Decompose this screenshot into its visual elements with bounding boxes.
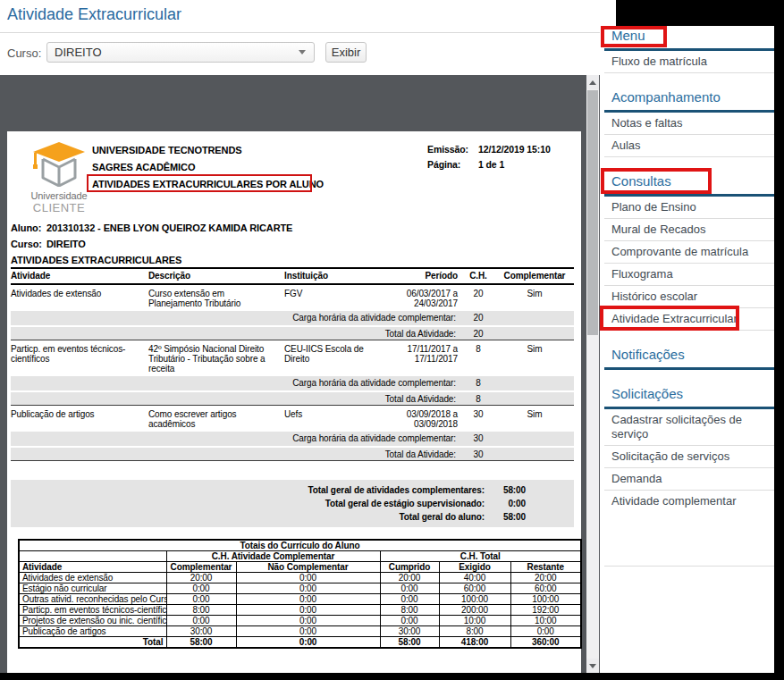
- grand-total-label: Total geral de atividades complementares…: [11, 483, 490, 497]
- scrollbar-thumb[interactable]: [587, 90, 598, 335]
- activities-section-title: ATIVIDADES EXTRACURRICULARES: [11, 255, 181, 265]
- subtotal-value: 20: [461, 311, 495, 325]
- course-dropdown[interactable]: DIREITO: [46, 42, 315, 63]
- col-header-complementar: Complementar: [495, 271, 574, 281]
- curriculum-activity-name: Particp. em eventos técnicos-científicos: [19, 605, 166, 616]
- grand-total-value: 0:00: [490, 497, 526, 510]
- graduation-cap-icon: [30, 140, 89, 187]
- curriculum-value: 0:00: [236, 573, 380, 583]
- page-title: Atividade Extracurricular: [7, 5, 181, 24]
- sidebar-item-mural-de-recados[interactable]: Mural de Recados: [604, 219, 774, 241]
- sidebar-item-demanda[interactable]: Demanda: [604, 468, 774, 491]
- activity-subtotals: Carga horária da atividade complementar:…: [11, 311, 574, 340]
- grand-total-row: Total geral de estágio supervisionado:0:…: [11, 497, 574, 510]
- total-atividade-row: Total da Atividade:8: [11, 390, 574, 405]
- curriculum-row: Estágio não curricular0:000:000:0060:006…: [19, 583, 581, 594]
- curriculum-col-header-restante: Restante: [510, 562, 581, 573]
- cell-atividade: Publicação de artigos: [11, 409, 148, 429]
- sidebar-item-aulas[interactable]: Aulas: [604, 135, 774, 157]
- grand-total-row: Total geral de atividades complementares…: [11, 483, 574, 497]
- curriculum-value: 192:00: [510, 605, 581, 616]
- cell-instituicao: CEU-IICS Escola de Direito: [284, 344, 384, 374]
- annotation-box-atividade-extracurricular: [600, 306, 739, 331]
- subtotal-label: Total da Atividade:: [11, 327, 461, 341]
- curriculum-table: Totais do Currículo do Aluno C.H. Ativid…: [18, 539, 582, 649]
- curriculum-total-value: 360:00: [510, 637, 581, 649]
- curriculum-value: 10:00: [439, 616, 510, 626]
- sidebar-item-comprovante-de-matricula[interactable]: Comprovante de matrícula: [604, 241, 774, 264]
- curriculum-value: 0:00: [236, 594, 380, 605]
- activity-subtotals: Carga horária da atividade complementar:…: [11, 376, 574, 405]
- app-window: Atividade Extracurricular Curso: DIREITO…: [0, 0, 784, 680]
- sidebar-item-fluxo-de-matricula[interactable]: Fluxo de matrícula: [604, 51, 774, 73]
- curriculum-value: 40:00: [439, 573, 510, 583]
- col-header-instituicao: Instituição: [284, 271, 384, 281]
- sidebar-section-acompanhamento: AcompanhamentoNotas e faltasAulas: [600, 89, 774, 157]
- report-page: Universidade CLIENTE UNIVERSIDADE TECNOT…: [7, 131, 581, 673]
- activity-block: Publicação de artigosComo escrever artig…: [11, 406, 574, 461]
- group-header-ch-total: C.H. Total: [380, 551, 581, 562]
- total-atividade-row: Total da Atividade:20: [11, 325, 574, 340]
- sidebar-item-fluxograma[interactable]: Fluxograma: [604, 264, 774, 286]
- cell-complementar: Sim: [495, 409, 574, 429]
- cell-descricao: Como escrever artigos acadêmicos: [148, 409, 284, 429]
- curriculum-col-header-nao-complementar: Não Complementar: [236, 562, 380, 573]
- subtotal-value: 8: [461, 376, 495, 390]
- cell-complementar: Sim: [495, 344, 574, 374]
- emission-value: 12/12/2019 15:10: [478, 144, 551, 155]
- curriculum-value: 0:00: [236, 605, 380, 616]
- annotation-box-report-title: [87, 174, 312, 192]
- sidebar: MenuFluxo de matrículaAcompanhamentoNota…: [600, 0, 774, 673]
- screenshot-border-top-right: [616, 0, 784, 26]
- student-label: Aluno:: [11, 222, 41, 233]
- curriculum-value: 8:00: [166, 605, 236, 616]
- report-university: UNIVERSIDADE TECNOTRENDS: [92, 145, 242, 155]
- grand-total-label: Total geral de estágio supervisionado:: [11, 497, 490, 510]
- curriculum-value: 0:00: [510, 626, 581, 637]
- curriculum-row: Projetos de extensão ou inic. científica…: [19, 616, 581, 626]
- curriculum-col-header-exigido: Exigido: [439, 562, 510, 573]
- report-system: SAGRES ACADÊMICO: [92, 162, 195, 172]
- sidebar-section-notificacoes: Notificações: [600, 347, 774, 370]
- curriculum-value: 0:00: [166, 616, 236, 626]
- sidebar-item-cadastrar-solicitacoes-de-servico[interactable]: Cadastrar solicitações de serviço: [604, 409, 774, 446]
- viewer-scrollbar[interactable]: [586, 75, 599, 673]
- sidebar-item-plano-de-ensino[interactable]: Plano de Ensino: [604, 197, 774, 219]
- curriculum-value: 30:00: [380, 626, 439, 637]
- activities-table-header: AtividadeDescriçãoInstituiçãoPeríodoC.H.…: [11, 267, 574, 285]
- university-logo: Universidade CLIENTE: [25, 140, 93, 214]
- sidebar-item-notas-e-faltas[interactable]: Notas e faltas: [604, 113, 774, 135]
- report-course-label: Curso:: [11, 239, 42, 249]
- title-divider: [0, 32, 616, 33]
- scroll-down-button[interactable]: [586, 659, 599, 673]
- curriculum-value: 200:00: [439, 605, 510, 616]
- activities-list: Atividades de extensãoCurso extensão em …: [11, 285, 574, 461]
- curriculum-value: 8:00: [439, 626, 510, 637]
- activities-table: AtividadeDescriçãoInstituiçãoPeríodoC.H.…: [11, 267, 574, 461]
- curriculum-value: 60:00: [439, 583, 510, 594]
- curriculum-col-header-row: AtividadeComplementarNão ComplementarCum…: [19, 562, 581, 573]
- annotation-box-consultas: [601, 168, 712, 194]
- cell-atividade: Particp. em eventos técnicos-científicos: [11, 344, 148, 374]
- curriculum-value: 0:00: [236, 583, 380, 594]
- carga-horaria-row: Carga horária da atividade complementar:…: [11, 311, 574, 325]
- scroll-up-button[interactable]: [586, 75, 599, 89]
- curriculum-value: 100:00: [510, 594, 581, 605]
- curriculum-activity-name: Atividades de extensão: [19, 573, 166, 583]
- screenshot-border-right: [774, 0, 784, 680]
- subtotal-value: 8: [461, 392, 495, 407]
- subtotal-value: 30: [461, 448, 495, 462]
- subtotal-label: Carga horária da atividade complementar:: [11, 432, 461, 446]
- page-number-label: Página:: [427, 159, 460, 170]
- curriculum-activity-name: Estágio não curricular: [19, 583, 166, 594]
- sidebar-item-solicitacao-de-servicos[interactable]: Solicitação de serviços: [604, 446, 774, 468]
- sidebar-item-atividade-complementar[interactable]: Atividade complementar: [604, 491, 774, 512]
- annotation-box-menu: [601, 26, 667, 47]
- curriculum-row: Publicação de artigos30:000:0030:008:000…: [19, 626, 581, 637]
- grand-total-row: Total geral do aluno:58:00: [11, 510, 574, 524]
- subtotal-label: Total da Atividade:: [11, 392, 461, 407]
- exibir-button[interactable]: Exibir: [325, 42, 367, 63]
- cell-ch: 30: [461, 409, 495, 429]
- subtotal-label: Total da Atividade:: [11, 448, 461, 462]
- activity-block: Atividades de extensãoCurso extensão em …: [11, 285, 574, 340]
